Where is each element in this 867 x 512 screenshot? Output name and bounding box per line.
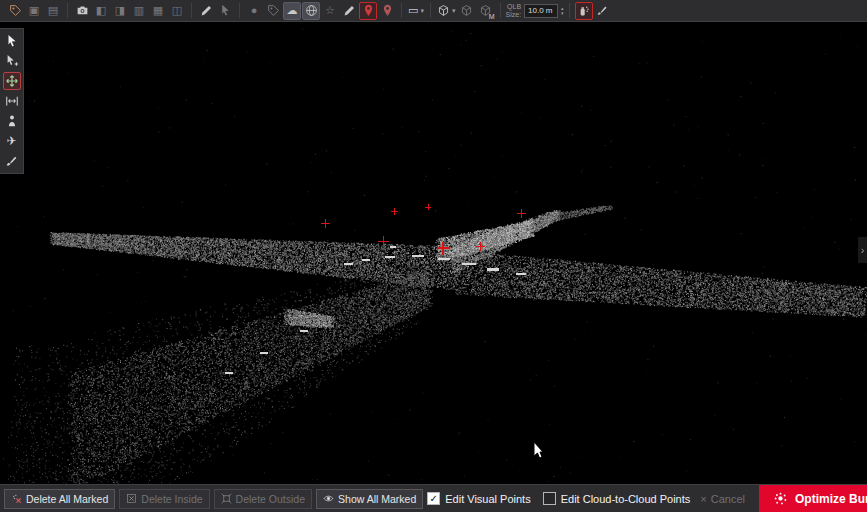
tie-point-marker[interactable] bbox=[391, 208, 398, 215]
toolbar-separator bbox=[569, 3, 570, 18]
qlb-size-control: QLB Size: 10.0 m ▴ ▾ bbox=[506, 3, 564, 19]
control-point-tool-icon[interactable] bbox=[359, 2, 377, 20]
checkbox-label: Edit Visual Points bbox=[445, 493, 530, 505]
edit-cloud-to-cloud-checkbox[interactable]: Edit Cloud-to-Cloud Points bbox=[543, 492, 691, 505]
show-all-marked-button[interactable]: Show All Marked bbox=[316, 489, 423, 509]
dropdown-arrow-icon[interactable]: ▾ bbox=[420, 7, 424, 14]
optimize-bundle-label: Optimize Bundle bbox=[795, 492, 867, 506]
toolbar-group: ▾M bbox=[434, 2, 497, 20]
tie-point-marker[interactable] bbox=[476, 242, 485, 251]
draw-line-icon[interactable] bbox=[197, 2, 215, 20]
polygon-select-icon[interactable]: ☆ bbox=[321, 2, 339, 20]
left-tool-palette: ✈ bbox=[0, 28, 24, 174]
selection-shape-dropdown[interactable]: ▭▾ bbox=[407, 2, 425, 20]
toolbar-groups: ▣▤◧◨▥▦◫●☁☆▭▾▾M bbox=[4, 2, 497, 20]
cancel-button: × Cancel bbox=[700, 493, 745, 505]
select-points-tool-icon[interactable] bbox=[3, 52, 21, 70]
tie-point-marker[interactable] bbox=[425, 204, 431, 210]
density-spray-icon[interactable] bbox=[575, 2, 593, 20]
paint-brush-icon[interactable] bbox=[594, 2, 612, 20]
viewport-3d[interactable]: › bbox=[0, 22, 867, 484]
checkbox-group: ✓Edit Visual PointsEdit Cloud-to-Cloud P… bbox=[427, 492, 690, 505]
burst-icon bbox=[773, 491, 788, 506]
tie-point-marker[interactable] bbox=[321, 219, 330, 228]
image-pane-icon[interactable]: ▤ bbox=[44, 2, 62, 20]
button-label: Delete All Marked bbox=[26, 493, 108, 505]
qlb-size-label: QLB Size: bbox=[506, 3, 522, 19]
toolbar-group: ▣▤ bbox=[4, 2, 64, 20]
fly-navigation-tool-icon[interactable]: ✈ bbox=[3, 132, 21, 150]
edit-visual-points-checkbox[interactable]: ✓Edit Visual Points bbox=[427, 492, 530, 505]
control-point-adjust-icon[interactable] bbox=[378, 2, 396, 20]
globe-toggle-icon[interactable] bbox=[302, 2, 320, 20]
measure-distance-tool-icon[interactable] bbox=[3, 92, 21, 110]
paint-classify-tool-icon[interactable] bbox=[3, 152, 21, 170]
close-icon: × bbox=[700, 493, 706, 505]
grid-view-icon[interactable]: ▥ bbox=[130, 2, 148, 20]
dropdown-arrow-icon[interactable]: ▾ bbox=[452, 7, 456, 14]
point-cloud-toggle-icon[interactable]: ☁ bbox=[283, 2, 301, 20]
qlb-size-spinner[interactable]: ▴ ▾ bbox=[561, 6, 564, 16]
delete-all-marked-button[interactable]: Delete All Marked bbox=[4, 489, 115, 509]
move-point-tool-icon[interactable] bbox=[3, 72, 21, 90]
tags-icon[interactable] bbox=[264, 2, 282, 20]
tie-point-marker[interactable] bbox=[437, 242, 450, 255]
optimize-bundle-button[interactable]: Optimize Bundle bbox=[759, 485, 867, 512]
clip-box-edit-icon[interactable] bbox=[458, 2, 476, 20]
toolbar-separator bbox=[430, 3, 431, 18]
bottom-toolbar: Delete All MarkedDelete InsideDelete Out… bbox=[0, 484, 867, 512]
tie-point-marker[interactable] bbox=[517, 209, 526, 218]
cancel-label: Cancel bbox=[711, 493, 745, 505]
clip-box-m-icon[interactable]: M bbox=[477, 2, 495, 20]
quad-view-icon[interactable]: ▦ bbox=[149, 2, 167, 20]
button-label: Delete Inside bbox=[141, 493, 202, 505]
button-label: Delete Outside bbox=[236, 493, 305, 505]
checkbox-unchecked-icon[interactable] bbox=[543, 492, 556, 505]
snapshot-icon[interactable]: ▣ bbox=[25, 2, 43, 20]
qlb-label-line2: Size: bbox=[506, 11, 522, 18]
tag-edit-icon[interactable] bbox=[6, 2, 24, 20]
toolbar-group: ●☁☆ bbox=[243, 2, 398, 20]
toolbar-separator bbox=[401, 3, 402, 18]
toolbar-group bbox=[195, 2, 236, 20]
camera-icon[interactable] bbox=[73, 2, 91, 20]
walkthrough-tool-icon[interactable] bbox=[3, 112, 21, 130]
delete-inside-icon bbox=[126, 493, 137, 504]
qlb-label-line1: QLB bbox=[507, 3, 521, 10]
select-tool-icon[interactable] bbox=[3, 32, 21, 50]
show-all-marked-icon bbox=[323, 493, 334, 504]
compare-view-icon[interactable]: ◫ bbox=[168, 2, 186, 20]
clip-box-icon[interactable]: ▾ bbox=[436, 2, 457, 20]
pen-tool-icon[interactable] bbox=[340, 2, 358, 20]
tie-point-marker[interactable] bbox=[378, 236, 389, 247]
button-label: Show All Marked bbox=[338, 493, 416, 505]
right-panel-expand-arrow[interactable]: › bbox=[858, 237, 867, 263]
app-window: › ▣▤◧◨▥▦◫●☁☆▭▾▾M QLB Size: 10.0 m ▴ ▾ ✈ … bbox=[0, 0, 867, 512]
delete-outside-button: Delete Outside bbox=[214, 489, 312, 509]
circle-select-icon[interactable]: ● bbox=[245, 2, 263, 20]
single-view-icon[interactable]: ◧ bbox=[92, 2, 110, 20]
top-toolbar: ▣▤◧◨▥▦◫●☁☆▭▾▾M QLB Size: 10.0 m ▴ ▾ bbox=[0, 0, 867, 22]
bottom-right-group: ✓Edit Visual PointsEdit Cloud-to-Cloud P… bbox=[427, 485, 867, 512]
bottom-buttons-group: Delete All MarkedDelete InsideDelete Out… bbox=[4, 489, 427, 509]
toolbar-group: ▭▾ bbox=[405, 2, 427, 20]
toolbar-separator bbox=[191, 3, 192, 18]
qlb-size-input[interactable]: 10.0 m bbox=[524, 4, 558, 18]
toolbar-separator bbox=[67, 3, 68, 18]
delete-all-marked-icon bbox=[11, 493, 22, 504]
dual-view-icon[interactable]: ◨ bbox=[111, 2, 129, 20]
delete-inside-button: Delete Inside bbox=[119, 489, 209, 509]
delete-outside-icon bbox=[221, 493, 232, 504]
pick-point-icon[interactable] bbox=[216, 2, 234, 20]
icon-overlay-label: M bbox=[489, 13, 495, 20]
toolbar-separator bbox=[239, 3, 240, 18]
toolbar-right-group bbox=[573, 2, 614, 20]
toolbar-group: ◧◨▥▦◫ bbox=[71, 2, 188, 20]
point-cloud-canvas[interactable] bbox=[0, 22, 867, 484]
spinner-down-icon[interactable]: ▾ bbox=[561, 11, 564, 16]
checkbox-checked-icon[interactable]: ✓ bbox=[427, 492, 440, 505]
toolbar-separator bbox=[500, 3, 501, 18]
checkbox-label: Edit Cloud-to-Cloud Points bbox=[561, 493, 691, 505]
